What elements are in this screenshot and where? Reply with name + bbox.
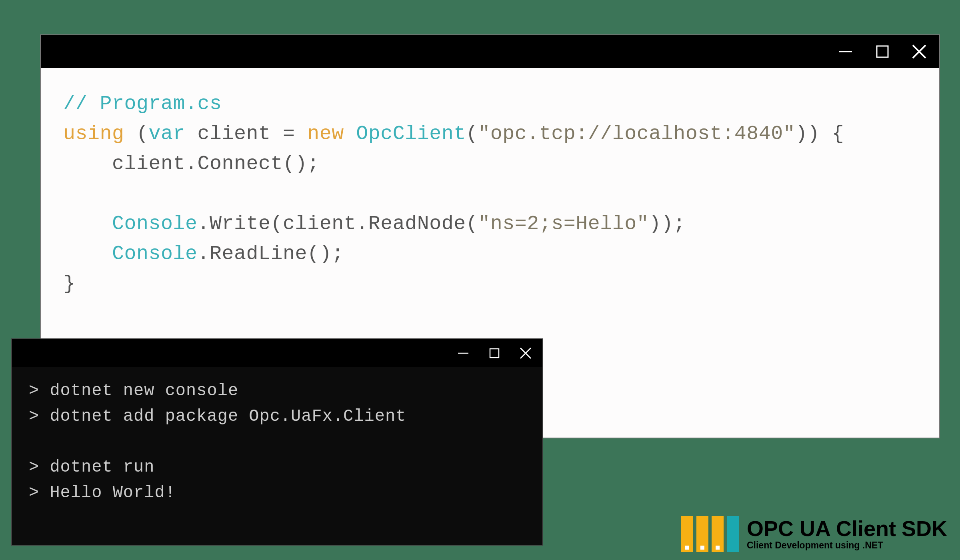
editor-titlebar (41, 35, 939, 68)
maximize-button[interactable] (487, 346, 502, 360)
indent (63, 212, 112, 235)
close-icon (518, 346, 533, 360)
terminal-line-1: > dotnet new console (29, 378, 526, 404)
code-line-3: client.Connect(); (63, 149, 917, 179)
keyword-using: using (63, 122, 124, 145)
minimize-icon (457, 347, 470, 360)
code-text: ( (124, 122, 149, 145)
svg-rect-1 (877, 46, 888, 57)
close-button[interactable] (518, 346, 533, 360)
type-console: Console (112, 242, 198, 265)
svg-rect-5 (490, 349, 499, 358)
minimize-button[interactable] (837, 43, 854, 60)
maximize-icon (488, 347, 501, 360)
code-text: .ReadLine(); (198, 242, 344, 265)
terminal-content[interactable]: > dotnet new console > dotnet add packag… (12, 367, 542, 545)
terminal-line-5: > Hello World! (29, 480, 526, 506)
minimize-icon (838, 44, 854, 60)
code-text: ( (466, 122, 478, 145)
code-text (344, 122, 356, 145)
logo-subtitle: Client Development using .NET (747, 540, 947, 551)
terminal-line-4: > dotnet run (29, 455, 526, 480)
keyword-var: var (149, 122, 186, 145)
terminal-window: > dotnet new console > dotnet add packag… (11, 338, 543, 546)
code-text: } (63, 272, 76, 295)
keyword-new: new (307, 122, 344, 145)
code-text: .Write(client.ReadNode( (198, 212, 478, 235)
code-line-7: } (63, 269, 917, 299)
close-icon (910, 43, 928, 60)
minimize-button[interactable] (456, 346, 470, 360)
terminal-line-2: > dotnet add package Opc.UaFx.Client (29, 404, 526, 430)
code-text: client = (185, 122, 307, 145)
indent (63, 242, 112, 265)
maximize-icon (874, 44, 890, 60)
string-literal: "ns=2;s=Hello" (478, 212, 649, 235)
code-line-6: Console.ReadLine(); (63, 239, 917, 269)
code-text: )); (649, 212, 686, 235)
logo-title: OPC UA ClientSDK (747, 518, 947, 539)
logo-sdk-text: SDK (902, 516, 947, 540)
logo-main-text: OPC UA Client (747, 516, 896, 540)
code-line-5: Console.Write(client.ReadNode("ns=2;s=He… (63, 209, 917, 239)
code-line-2: using (var client = new OpcClient("opc.t… (63, 119, 917, 149)
code-line-blank (63, 179, 917, 209)
code-line-1: // Program.cs (63, 89, 917, 119)
indent (63, 152, 112, 175)
terminal-line-blank (29, 430, 526, 455)
type-console: Console (112, 212, 198, 235)
code-text: client.Connect(); (112, 152, 320, 175)
string-literal: "opc.tcp://localhost:4840" (478, 122, 795, 145)
logo-area: OPC UA ClientSDK Client Development usin… (681, 516, 947, 552)
terminal-titlebar (12, 339, 542, 367)
logo-text: OPC UA ClientSDK Client Development usin… (747, 518, 947, 551)
logo-bars-icon (681, 516, 739, 552)
code-text: )) { (795, 122, 844, 145)
close-button[interactable] (910, 43, 928, 60)
type-name: OpcClient (356, 122, 466, 145)
code-comment: // Program.cs (63, 92, 222, 115)
maximize-button[interactable] (874, 43, 891, 60)
